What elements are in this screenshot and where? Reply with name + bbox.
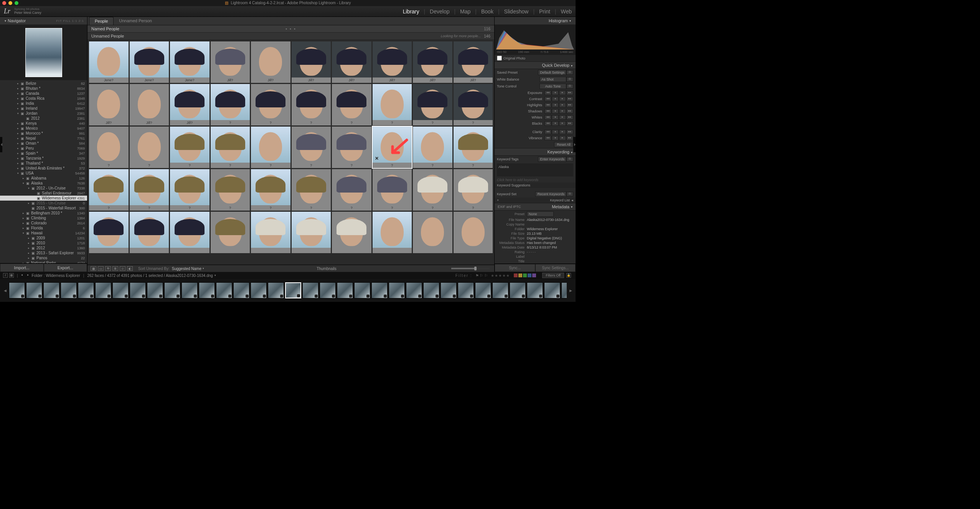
disclosure-icon[interactable]: ▸ xyxy=(21,227,25,230)
face-name-label[interactable]: ? xyxy=(413,163,452,168)
face-name-label[interactable]: ? xyxy=(454,163,493,168)
highlights-step[interactable]: ▸▸ xyxy=(566,103,573,107)
plus-icon[interactable]: + xyxy=(497,198,499,202)
disclosure-icon[interactable]: ▸ xyxy=(16,147,20,150)
whites-step[interactable]: ▸▸ xyxy=(566,115,573,120)
keyword-hint[interactable]: Click here to add keywords xyxy=(497,178,538,182)
navigator-modes[interactable]: FIT FILL 1:1 2:1 xyxy=(56,19,84,23)
folder-bhutan-[interactable]: ▸▣Bhutan *8834 xyxy=(0,86,87,91)
folder-ireland[interactable]: ▸▣Ireland19947 xyxy=(0,106,87,111)
clarity-step[interactable]: ◂ xyxy=(552,130,559,134)
user-name[interactable]: Peter West Carey xyxy=(14,11,41,15)
face-cell[interactable]: ? xyxy=(170,169,210,211)
blacks-step[interactable]: ▸ xyxy=(559,121,566,126)
folder-tanzania-[interactable]: ▸▣Tanzania *1929 xyxy=(0,156,87,161)
disclosure-icon[interactable]: ▸ xyxy=(27,237,31,240)
face-name-label[interactable]: Jene? xyxy=(89,77,129,83)
highlights-step[interactable]: ◂ xyxy=(552,103,559,107)
face-name-label[interactable]: ? xyxy=(373,205,412,211)
face-name-label[interactable]: Jill? xyxy=(373,77,412,83)
face-name-label[interactable]: ? xyxy=(292,163,331,168)
face-name-label[interactable] xyxy=(332,248,371,253)
disclosure-icon[interactable]: ▾ xyxy=(27,187,31,190)
disclosure-icon[interactable]: ▸ xyxy=(16,127,20,130)
face-name-label[interactable]: Jene? xyxy=(170,77,210,83)
zoom-window-icon[interactable] xyxy=(15,1,18,5)
blacks-step[interactable]: ◂ xyxy=(552,121,559,126)
loupe-view-icon[interactable]: ▭ xyxy=(98,266,104,271)
face-name-label[interactable] xyxy=(413,248,452,253)
unnamed-people-header[interactable]: Unnamed People Looking for more people..… xyxy=(87,33,494,40)
folder-belize[interactable]: ▸▣Belize82 xyxy=(0,81,87,86)
histogram-header[interactable]: Histogram ▾ xyxy=(495,17,576,25)
folder-mexico[interactable]: ▸▣Mexico9407 xyxy=(0,126,87,131)
filmstrip-thumb[interactable] xyxy=(354,282,370,298)
face-cell[interactable] xyxy=(292,212,331,253)
disclosure-icon[interactable]: ▾ xyxy=(21,182,25,185)
filmstrip-thumb[interactable] xyxy=(510,282,526,298)
face-cell[interactable]: ? xyxy=(89,169,129,211)
clarity-step[interactable]: ▸ xyxy=(559,130,566,134)
thumbnail-size-slider[interactable] xyxy=(451,268,490,269)
meta-value[interactable]: Alaska2012-0730-1634.dng xyxy=(527,218,569,222)
filmstrip-thumb[interactable] xyxy=(406,282,422,298)
disclosure-icon[interactable]: ▸ xyxy=(16,132,20,135)
preset-toggle-icon[interactable]: ⊟ xyxy=(566,70,573,75)
filmstrip-thumb[interactable] xyxy=(61,282,77,298)
meta-value[interactable]: Has been changed xyxy=(527,241,556,245)
disclosure-icon[interactable]: ▸ xyxy=(16,157,20,160)
metadata-header[interactable]: EXIF and IPTC Metadata▾ xyxy=(495,203,576,211)
contrast-step[interactable]: ▸ xyxy=(559,97,566,101)
navigator-header[interactable]: ▾ Navigator FIT FILL 1:1 2:1 xyxy=(0,17,87,25)
folder-alaska[interactable]: ▾▣Alaska7638 xyxy=(0,181,87,186)
filmstrip-thumb[interactable] xyxy=(561,282,567,298)
filmstrip-thumb[interactable] xyxy=(458,282,474,298)
contrast-step[interactable]: ◂◂ xyxy=(544,97,551,101)
vibrance-step[interactable]: ▸▸ xyxy=(566,136,573,140)
face-name-label[interactable]: Jill? xyxy=(170,120,210,125)
clarity-step[interactable]: ◂◂ xyxy=(544,130,551,134)
face-cell[interactable]: Jill? xyxy=(413,41,452,83)
sync-button[interactable]: Sync... xyxy=(495,264,535,272)
original-photo-checkbox[interactable] xyxy=(497,56,502,61)
filmstrip-thumb[interactable] xyxy=(441,282,457,298)
face-name-label[interactable]: ? xyxy=(251,163,290,168)
face-cell[interactable]: ? xyxy=(454,127,493,168)
histogram[interactable]: ISO 50 190 mm f / 5.6 1/400 sec xyxy=(495,25,576,55)
exposure-step[interactable]: ◂◂ xyxy=(544,91,551,95)
folder-2015-waterfall-resort[interactable]: ▣2015 - Waterfall Resort300 xyxy=(0,206,87,211)
disclosure-icon[interactable]: ▸ xyxy=(16,152,20,155)
face-cell[interactable] xyxy=(454,212,493,253)
module-print[interactable]: Print xyxy=(539,8,550,15)
tone-toggle-icon[interactable]: ⊟ xyxy=(566,84,573,89)
face-cell[interactable]: Jill? xyxy=(170,84,210,125)
close-window-icon[interactable] xyxy=(2,1,6,5)
flag-filter-icon[interactable]: ⚑ ⚐ ⚐ xyxy=(475,273,488,278)
face-cell[interactable]: ? xyxy=(211,84,250,125)
disclosure-icon[interactable]: ▸ xyxy=(16,162,20,165)
filters-off-button[interactable]: Filters Off xyxy=(542,273,564,278)
tab-unnamed-person[interactable]: Unnamed Person xyxy=(114,17,157,25)
face-cell[interactable]: Jill? xyxy=(251,41,290,83)
disclosure-icon[interactable]: ▸ xyxy=(16,102,20,105)
disclosure-icon[interactable]: ▸ xyxy=(16,137,20,140)
face-name-label[interactable] xyxy=(211,248,250,253)
folder-hawaii[interactable]: ▾▣Hawaii14234 xyxy=(0,231,87,236)
blacks-step[interactable]: ▸▸ xyxy=(566,121,573,126)
folder-national-parks[interactable]: ▸▣National Parks4174 xyxy=(0,260,87,263)
face-name-label[interactable]: Jill? xyxy=(292,77,331,83)
second-window-icon[interactable]: 2 xyxy=(3,273,8,278)
disclosure-icon[interactable]: ▸ xyxy=(27,247,31,250)
face-name-label[interactable]: ? xyxy=(332,205,371,211)
people-view-icon[interactable]: ☺ xyxy=(120,266,125,271)
face-name-label[interactable]: ? xyxy=(413,120,452,125)
disclosure-icon[interactable]: ▸ xyxy=(27,242,31,245)
folder-united-arab-emirates-[interactable]: ▸▣United Arab Emirates *372 xyxy=(0,166,87,171)
folder-2012-un-cruise[interactable]: ▾▣2012 - Un-Cruise7338 xyxy=(0,186,87,191)
quick-develop-header[interactable]: Quick Develop▾ xyxy=(495,61,576,69)
face-name-label[interactable]: ? xyxy=(292,120,331,125)
disclosure-icon[interactable]: ▸ xyxy=(27,252,31,255)
folder-spain-[interactable]: ▸▣Spain *347 xyxy=(0,151,87,156)
reject-face-icon[interactable]: ✕ xyxy=(375,156,379,161)
filmstrip-thumb[interactable] xyxy=(112,282,129,298)
